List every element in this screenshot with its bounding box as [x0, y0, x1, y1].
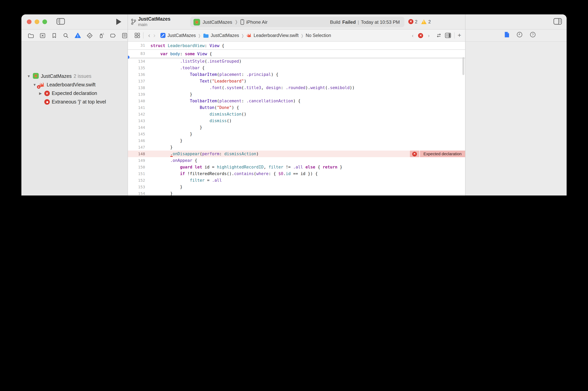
add-editor-button[interactable]: +: [458, 32, 461, 38]
run-button[interactable]: [116, 19, 121, 25]
file-inspector-icon-selected[interactable]: [504, 31, 509, 39]
previous-issue-button[interactable]: ‹: [410, 33, 415, 38]
code-text: guard let id = highlightedRecordID, filt…: [151, 165, 342, 169]
code-line-152[interactable]: 152 filter = .all: [128, 177, 465, 184]
tree-row-file[interactable]: ▼ ✕ LeaderboardView.swift: [21, 81, 128, 89]
project-navigator-icon[interactable]: [28, 32, 34, 39]
code-line-147[interactable]: 147 }: [128, 144, 465, 151]
disclosure-closed-icon[interactable]: ▶: [38, 92, 42, 95]
related-items-grid-icon[interactable]: [135, 33, 140, 38]
tree-row-project[interactable]: ▼ JustCatMazes 2 issues: [21, 72, 128, 81]
error-count-badge[interactable]: ✕ 2: [408, 19, 418, 24]
code-line-83[interactable]: 83 var body: some View {: [128, 50, 465, 58]
issue-badges[interactable]: ✕ 2 2: [408, 19, 431, 24]
editor-options-icon[interactable]: [445, 33, 451, 38]
code-line-149[interactable]: 149 .onAppear {: [128, 157, 465, 164]
bookmark-navigator-icon[interactable]: [51, 32, 58, 39]
line-number[interactable]: 138: [128, 85, 145, 91]
run-destination[interactable]: iPhone Air: [246, 19, 267, 25]
crumb-selection[interactable]: No Selection: [306, 33, 331, 38]
line-number[interactable]: 135: [128, 65, 145, 71]
issue-stepper-error-icon[interactable]: ✕: [418, 33, 423, 38]
line-number[interactable]: 152: [128, 177, 145, 184]
code-line-148[interactable]: 148 .onDisappear(perform: dismissAction)…: [128, 151, 465, 157]
line-number[interactable]: 148: [128, 151, 145, 157]
line-number[interactable]: 143: [128, 117, 145, 124]
code-review-icon[interactable]: [436, 33, 442, 38]
code-line-31[interactable]: 31struct LeaderboardView: View {: [128, 42, 465, 50]
navigator-editor-divider[interactable]: [128, 14, 128, 196]
line-number[interactable]: 142: [128, 111, 145, 117]
toggle-navigator-icon[interactable]: [56, 18, 65, 25]
code-line-137[interactable]: 137 Text("Leaderboard"): [128, 78, 465, 85]
find-navigator-icon[interactable]: [63, 32, 69, 39]
minimize-window-button[interactable]: [35, 19, 39, 24]
crumb-project[interactable]: JustCatMazes: [168, 33, 196, 38]
line-number[interactable]: 141: [128, 104, 145, 111]
debug-navigator-icon[interactable]: [98, 32, 105, 39]
line-number[interactable]: 139: [128, 91, 145, 98]
issue-navigator-icon-selected[interactable]: [74, 32, 81, 39]
code-area[interactable]: 31struct LeaderboardView: View {83 var b…: [128, 42, 465, 196]
line-number[interactable]: 137: [128, 78, 145, 85]
sticky-context-rows: 31struct LeaderboardView: View {83 var b…: [128, 42, 465, 58]
tree-row-issue-2[interactable]: Extraneous '}' at top level: [21, 98, 128, 106]
disclosure-open-icon[interactable]: ▼: [27, 74, 31, 78]
toggle-inspector-icon[interactable]: [553, 18, 562, 25]
history-inspector-icon[interactable]: [516, 31, 523, 39]
zoom-window-button[interactable]: [42, 19, 47, 24]
code-line-154[interactable]: 154 }: [128, 190, 465, 196]
code-line-138[interactable]: 138 .font(.system(.title3, design: .roun…: [128, 85, 465, 91]
line-number[interactable]: 31: [128, 42, 145, 49]
code-line-144[interactable]: 144 }: [128, 124, 465, 131]
inline-issue-annotation[interactable]: ✕Expected declaration: [410, 151, 465, 157]
code-line-140[interactable]: 140 ToolbarItem(placement: .cancellation…: [128, 98, 465, 104]
line-number[interactable]: 140: [128, 98, 145, 104]
quick-help-inspector-icon[interactable]: ?: [530, 31, 536, 39]
activity-view[interactable]: Build Failed | Today at 10:53 PM: [330, 19, 400, 25]
report-navigator-icon[interactable]: [121, 32, 128, 39]
tree-row-issue-1[interactable]: ▶ ✕ Expected declaration: [21, 89, 128, 98]
source-control-navigator-icon[interactable]: [39, 32, 46, 39]
code-line-135[interactable]: 135 .toolbar {: [128, 65, 465, 71]
line-number[interactable]: 145: [128, 131, 145, 137]
crumb-file[interactable]: LeaderboardView.swift: [253, 33, 298, 38]
code-line-146[interactable]: 146 }: [128, 137, 465, 144]
code-line-145[interactable]: 145 }: [128, 131, 465, 137]
line-number[interactable]: 144: [128, 124, 145, 131]
code-line-151[interactable]: 151 if !filteredRecords().contains(where…: [128, 170, 465, 177]
line-number[interactable]: 146: [128, 137, 145, 144]
code-rows[interactable]: 134 .listStyle(.insetGrouped)135 .toolba…: [128, 58, 465, 196]
code-line-139[interactable]: 139 }: [128, 91, 465, 98]
scheme-status-capsule[interactable]: JustCatMazes ❭ iPhone Air Build Failed |…: [190, 17, 405, 27]
code-line-134[interactable]: 134 .listStyle(.insetGrouped): [128, 58, 465, 65]
line-number[interactable]: 136: [128, 71, 145, 78]
test-navigator-icon[interactable]: [86, 32, 93, 39]
line-number[interactable]: 134: [128, 58, 145, 65]
code-line-143[interactable]: 143 dismiss(): [128, 117, 465, 124]
scheme-name[interactable]: JustCatMazes: [203, 19, 232, 25]
crumb-group[interactable]: JustCatMazes: [211, 33, 239, 38]
code-line-141[interactable]: 141 Button("Done") {: [128, 104, 465, 111]
line-number[interactable]: 150: [128, 164, 145, 170]
line-number[interactable]: 151: [128, 170, 145, 177]
line-number[interactable]: 153: [128, 184, 145, 190]
code-line-153[interactable]: 153 }: [128, 184, 465, 190]
line-number[interactable]: 83: [128, 50, 145, 58]
back-button[interactable]: ‹: [147, 32, 152, 38]
code-line-150[interactable]: 150 guard let id = highlightedRecordID, …: [128, 164, 465, 170]
warning-count-badge[interactable]: 2: [421, 19, 431, 24]
breakpoint-navigator-icon[interactable]: [110, 32, 116, 39]
disclosure-open-icon[interactable]: ▼: [33, 83, 37, 87]
code-line-136[interactable]: 136 ToolbarItem(placement: .principal) {: [128, 71, 465, 78]
line-number[interactable]: 149: [128, 157, 145, 164]
editor-inspector-divider[interactable]: [465, 14, 466, 196]
line-number[interactable]: 154: [128, 190, 145, 196]
file-error-badge: ✕: [37, 85, 40, 89]
close-window-button[interactable]: [27, 19, 31, 24]
forward-button[interactable]: ›: [152, 32, 157, 38]
editor-scrollbar[interactable]: [462, 57, 464, 75]
code-line-142[interactable]: 142 dismissAction(): [128, 111, 465, 117]
next-issue-button[interactable]: ›: [426, 33, 431, 38]
line-number[interactable]: 147: [128, 144, 145, 151]
